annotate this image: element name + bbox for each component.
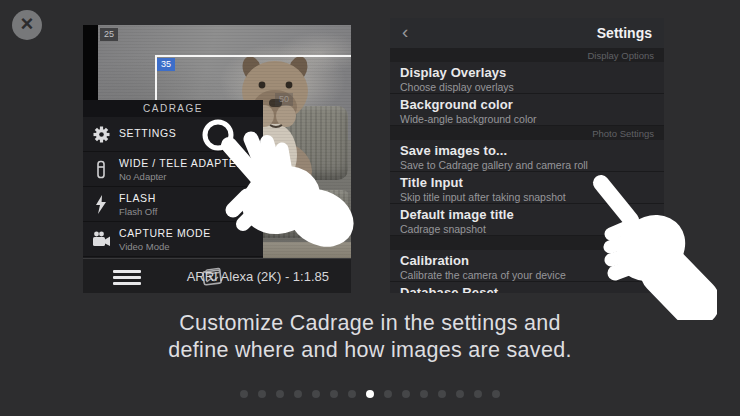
- page-dot-1[interactable]: [240, 390, 248, 398]
- viewfinder-screenshot: 25 35 50 CADRAGE SETTINGS: [83, 25, 351, 293]
- menu-title: CADRAGE: [83, 100, 263, 117]
- row-subtitle: Choose display overlays: [400, 81, 654, 93]
- frame-label-50mm[interactable]: 50: [275, 93, 293, 106]
- settings-title: Settings: [597, 18, 652, 48]
- page-dot-4[interactable]: [294, 390, 302, 398]
- settings-row-default-image-title[interactable]: Default image title Cadrage snapshot: [390, 204, 664, 236]
- section-header-display-options: Display Options: [390, 48, 664, 62]
- video-camera-icon: [83, 231, 119, 248]
- settings-row-calibration[interactable]: Calibration Calibrate the camera of your…: [390, 250, 664, 282]
- gear-icon: [83, 125, 119, 144]
- page-dot-15[interactable]: [492, 390, 500, 398]
- menu-item-sublabel: No Adapter: [119, 171, 245, 182]
- page-dot-2[interactable]: [258, 390, 266, 398]
- adapter-icon: [83, 160, 119, 179]
- viewfinder-menu: CADRAGE SETTINGS: [83, 100, 263, 258]
- caption-line-1: Customize Cadrage in the settings and: [0, 310, 740, 337]
- section-header-advanced: Advanced: [390, 236, 664, 250]
- row-title: Database Reset: [400, 285, 654, 293]
- page-dot-5[interactable]: [312, 390, 320, 398]
- camera-format-label[interactable]: ARRI Alexa (2K) - 1:1.85: [187, 259, 329, 293]
- page-dot-13[interactable]: [456, 390, 464, 398]
- hamburger-icon[interactable]: [113, 270, 141, 288]
- settings-row-database-reset[interactable]: Database Reset: [390, 282, 664, 293]
- page-dot-6[interactable]: [330, 390, 338, 398]
- menu-item-label: FLASH: [119, 192, 157, 204]
- settings-row-title-input[interactable]: Title Input Skip title input after takin…: [390, 172, 664, 204]
- frame-label-35mm[interactable]: 35: [157, 58, 175, 71]
- menu-item-capture-mode[interactable]: CAPTURE MODE Video Mode: [83, 222, 263, 257]
- settings-row-background-color[interactable]: Background color Wide-angle background c…: [390, 94, 664, 126]
- row-title: Title Input: [400, 175, 654, 190]
- page-dot-10[interactable]: [402, 390, 410, 398]
- page-dot-12[interactable]: [438, 390, 446, 398]
- row-title: Default image title: [400, 207, 654, 222]
- page-dot-3[interactable]: [276, 390, 284, 398]
- row-title: Calibration: [400, 253, 654, 268]
- page-dot-7[interactable]: [348, 390, 356, 398]
- page-dot-14[interactable]: [474, 390, 482, 398]
- menu-item-label: WIDE / TELE ADAPTER: [119, 157, 245, 169]
- close-icon: ×: [21, 11, 34, 36]
- settings-row-display-overlays[interactable]: Display Overlays Choose display overlays: [390, 62, 664, 94]
- close-button[interactable]: ×: [12, 10, 42, 40]
- page-dot-9[interactable]: [384, 390, 392, 398]
- page-dot-8-active[interactable]: [366, 390, 374, 398]
- row-title: Background color: [400, 97, 654, 112]
- row-subtitle: Wide-angle background color: [400, 113, 654, 125]
- settings-screenshot: ‹ Settings Display Options Display Overl…: [390, 18, 664, 293]
- settings-row-save-images-to[interactable]: Save images to... Save to Cadrage galler…: [390, 140, 664, 172]
- tutorial-screen: ×: [0, 0, 740, 416]
- page-dot-11[interactable]: [420, 390, 428, 398]
- menu-item-settings[interactable]: SETTINGS: [83, 117, 263, 152]
- row-subtitle: Skip title input after taking snapshot: [400, 191, 654, 203]
- flash-icon: [83, 195, 119, 214]
- caption-line-2: define where and how images are saved.: [0, 337, 740, 364]
- menu-item-flash[interactable]: FLASH Flash Off: [83, 187, 263, 222]
- menu-item-label: CAPTURE MODE: [119, 227, 211, 239]
- row-subtitle: Save to Cadrage gallery and camera roll: [400, 159, 654, 171]
- settings-header: ‹ Settings: [390, 18, 664, 48]
- row-title: Save images to...: [400, 143, 654, 158]
- pagination-dots: [0, 390, 740, 398]
- menu-item-label: SETTINGS: [119, 127, 176, 139]
- menu-item-sublabel: Video Mode: [119, 241, 211, 252]
- row-title: Display Overlays: [400, 65, 654, 80]
- back-chevron-icon[interactable]: ‹: [402, 18, 408, 46]
- frame-label-25mm[interactable]: 25: [100, 28, 118, 41]
- row-subtitle: Cadrage snapshot: [400, 223, 654, 235]
- menu-item-sublabel: Flash Off: [119, 206, 157, 217]
- section-header-photo-settings: Photo Settings: [390, 126, 664, 140]
- menu-item-wide-tele-adapter[interactable]: WIDE / TELE ADAPTER No Adapter: [83, 152, 263, 187]
- tutorial-caption: Customize Cadrage in the settings and de…: [0, 310, 740, 364]
- row-subtitle: Calibrate the camera of your device: [400, 269, 654, 281]
- viewfinder-toolbar: ARRI Alexa (2K) - 1:1.85: [83, 258, 351, 293]
